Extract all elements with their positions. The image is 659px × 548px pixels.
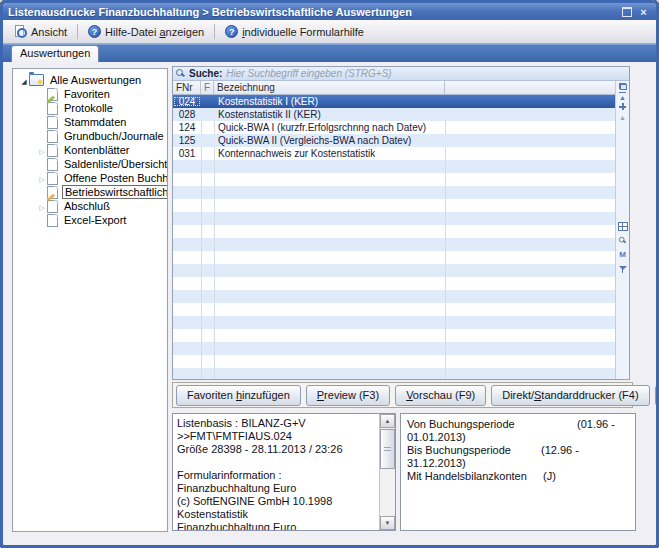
magnifier-icon — [176, 69, 185, 78]
auswertungen-tree: Alle Auswertungen Favoriten Protokolle S… — [12, 68, 168, 532]
scrollbar-thumb[interactable] — [380, 429, 395, 469]
tree-item-excel-export[interactable]: Excel-Export — [13, 213, 167, 227]
grid-row-024[interactable]: 024Kostenstatistik I (KER) — [173, 95, 615, 108]
page-icon — [47, 102, 58, 115]
column-header-f[interactable]: F — [201, 81, 214, 94]
formularhilfe-label: individuelle Formularhilfe — [242, 26, 364, 38]
page-icon — [47, 144, 58, 157]
triangle-expanded-icon[interactable] — [19, 74, 29, 86]
filter-funnel-icon[interactable] — [617, 263, 628, 274]
scroll-top-icon[interactable]: ▲ — [619, 92, 626, 101]
grid-row-028[interactable]: 028Kostenstatistik II (KER) — [173, 108, 615, 121]
info-value: (J) — [543, 470, 556, 483]
tree-item-stammdaten[interactable]: Stammdaten — [13, 115, 167, 129]
button-strip: Favoriten hinzufügen Preview (F3) Vorsch… — [172, 382, 633, 408]
grid-row-031[interactable]: 031Kontennachweis zur Kostenstatistik — [173, 147, 615, 160]
magnifier-icon[interactable] — [617, 235, 628, 246]
vorschau-button[interactable]: Vorschau (F9) — [395, 385, 486, 406]
plus-icon[interactable] — [617, 101, 628, 112]
hilfe-datei-anzeigen-button[interactable]: Hilfe-Datei anzeigen — [81, 22, 211, 41]
tree-item-label: Abschluß — [62, 200, 112, 212]
page-icon — [47, 158, 58, 171]
restore-button[interactable] — [619, 5, 634, 18]
info-label: Bis Buchungsperiode — [407, 444, 511, 456]
triangle-collapsed-icon[interactable] — [37, 172, 47, 184]
search-input[interactable]: Hier Suchbegriff eingeben (STRG+S) — [226, 68, 391, 79]
direkt-standarddrucker-button[interactable]: Direkt/Standarddrucker (F4) — [491, 385, 649, 406]
close-button[interactable]: × — [636, 5, 651, 18]
page-icon — [47, 214, 58, 227]
buchungsperiode-info-panel: Von Buchungsperiode(01.96 - 01.01.2013) … — [400, 413, 636, 531]
tree-item-label: Favoriten — [62, 88, 112, 100]
ansicht-button[interactable]: Ansicht — [7, 22, 74, 41]
info-label: Von Buchungsperiode — [407, 418, 515, 430]
individuelle-formularhilfe-button[interactable]: individuelle Formularhilfe — [218, 22, 371, 41]
listenbasis-info-text: Listenbasis : BILANZ-G+V >>FMT\FMTFIAUS.… — [173, 414, 380, 530]
tree-item-label: Saldenliste/Übersicht — [62, 158, 168, 170]
page-icon — [47, 172, 58, 185]
info-label: Mit Handelsbilanzkonten — [407, 470, 527, 482]
triangle-collapsed-icon[interactable] — [37, 200, 47, 212]
listenbasis-info-panel: Listenbasis : BILANZ-G+V >>FMT\FMTFIAUS.… — [172, 413, 396, 531]
folder-star-icon — [29, 74, 44, 86]
scrollbar[interactable]: ▲ ▼ — [379, 414, 395, 530]
scroll-up-button[interactable]: ▲ — [380, 414, 395, 428]
grid-row-124[interactable]: 124Quick-BWA I (kurzfr.Erfolgsrchnng nac… — [173, 121, 615, 134]
tree-item-label: Protokolle — [62, 102, 115, 114]
info-value: (01.96 - — [577, 418, 615, 431]
help-icon — [225, 25, 238, 38]
tree-item-label: Betriebswirtschaftliche Auswertungen — [62, 185, 168, 199]
toolbar-separator — [214, 24, 215, 39]
search-bar[interactable]: Suche: Hier Suchbegriff eingeben (STRG+S… — [173, 67, 629, 81]
tree-item-favoriten[interactable]: Favoriten — [13, 87, 167, 101]
tree-item-grundbuch-journale[interactable]: Grundbuch/Journale — [13, 129, 167, 143]
tree-item-label: Grundbuch/Journale — [62, 130, 166, 142]
grid-header: FNr F Bezeichnung — [173, 81, 615, 95]
dialog-window: Listenausdrucke Finanzbuchhaltung > Betr… — [0, 0, 659, 548]
column-header-empty[interactable] — [445, 81, 615, 94]
info-value-wrap: 31.12.2013) — [407, 457, 629, 470]
auswertung-drucken-button[interactable]: Auswertung drucken — [655, 385, 659, 406]
marker-m-icon[interactable]: M — [617, 249, 628, 260]
toolbar: Ansicht Hilfe-Datei anzeigen individuell… — [3, 20, 656, 44]
grid-empty-rows — [173, 160, 615, 379]
tree-item-label: Stammdaten — [62, 116, 128, 128]
tree-item-abschluss[interactable]: Abschluß — [13, 199, 167, 213]
window-title: Listenausdrucke Finanzbuchhaltung > Betr… — [8, 6, 617, 18]
tree-item-kontenblaetter[interactable]: Kontenblätter — [13, 143, 167, 157]
tree-item-label: Kontenblätter — [62, 144, 131, 156]
column-chooser-icon[interactable] — [617, 81, 628, 92]
grid-row-125[interactable]: 125Quick-BWA II (Vergleichs-BWA nach Dat… — [173, 134, 615, 147]
page-icon — [47, 200, 58, 213]
tree-item-betriebswirtschaftliche-auswertungen[interactable]: Betriebswirtschaftliche Auswertungen — [13, 185, 167, 199]
tree-item-alle-auswertungen[interactable]: Alle Auswertungen — [13, 73, 167, 87]
tree-item-label: Offene Posten Buchhaltung — [62, 172, 168, 184]
column-header-fnr[interactable]: FNr — [173, 81, 201, 94]
page-icon — [47, 130, 58, 143]
tree-item-label: Excel-Export — [62, 214, 128, 226]
window-restore-icon — [622, 7, 632, 17]
tree-item-offene-posten[interactable]: Offene Posten Buchhaltung — [13, 171, 167, 185]
preview-button[interactable]: Preview (F3) — [306, 385, 390, 406]
tree-item-saldenliste[interactable]: Saldenliste/Übersicht — [13, 157, 167, 171]
tree-item-protokolle[interactable]: Protokolle — [13, 101, 167, 115]
triangle-collapsed-icon[interactable] — [37, 144, 47, 156]
scroll-down-button[interactable]: ▼ — [380, 516, 395, 530]
favorites-page-icon — [47, 88, 58, 101]
page-pencil-icon — [47, 186, 58, 199]
toolbar-separator — [77, 24, 78, 39]
search-label: Suche: — [189, 68, 222, 79]
help-icon — [88, 25, 101, 38]
grid-icon[interactable] — [617, 221, 628, 232]
auswertungen-grid: Suche: Hier Suchbegriff eingeben (STRG+S… — [172, 66, 630, 380]
triangle-up-icon[interactable]: ▲ — [617, 112, 628, 123]
tab-auswertungen[interactable]: Auswertungen — [11, 45, 99, 62]
column-header-bezeichnung[interactable]: Bezeichnung — [214, 81, 445, 94]
view-magnifier-icon — [14, 25, 27, 38]
grid-body: 024Kostenstatistik I (KER) 028Kostenstat… — [173, 95, 615, 379]
ansicht-label: Ansicht — [31, 26, 67, 38]
tab-band: Auswertungen — [3, 44, 656, 62]
info-value: (12.96 - — [541, 444, 579, 457]
favoriten-hinzufuegen-button[interactable]: Favoriten hinzufügen — [176, 385, 301, 406]
titlebar: Listenausdrucke Finanzbuchhaltung > Betr… — [3, 3, 656, 20]
